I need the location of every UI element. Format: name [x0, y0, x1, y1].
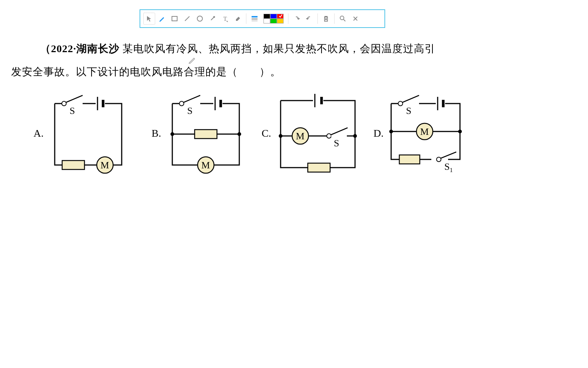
options-container: A. S M B. S — [33, 89, 467, 177]
arrow-tool[interactable] — [207, 13, 218, 25]
toolbar-divider — [334, 13, 335, 24]
redo-button[interactable] — [303, 13, 315, 25]
svg-line-33 — [331, 128, 348, 135]
toolbar-divider — [246, 13, 246, 24]
svg-rect-0 — [172, 16, 177, 21]
option-d: D. S M S1 — [374, 89, 467, 177]
svg-point-35 — [398, 101, 403, 106]
question-paragraph: （2022·湖南长沙 某电吹风有冷风、热风两挡，如果只发热不吹风，会因温度过高引… — [11, 37, 566, 83]
svg-line-16 — [183, 95, 200, 102]
question-line1: 某电吹风有冷风、热风两挡，如果只发热不吹风，会因温度过高引 — [119, 43, 435, 54]
option-b-label: B. — [151, 127, 161, 139]
svg-point-21 — [170, 132, 174, 136]
option-c: C. M S — [262, 89, 366, 177]
svg-point-15 — [179, 101, 184, 106]
circuit-a: S M — [47, 92, 133, 174]
switch1-label: S1 — [444, 161, 453, 173]
svg-point-29 — [353, 134, 357, 138]
annotation-toolbar: T — [140, 9, 385, 28]
color-palette — [263, 14, 284, 23]
pen-tool[interactable] — [156, 13, 168, 25]
svg-rect-23 — [195, 130, 217, 139]
toolbar-divider — [288, 13, 288, 24]
motor-label: M — [100, 160, 109, 171]
svg-point-8 — [62, 101, 66, 106]
option-b: B. S M — [151, 89, 250, 177]
svg-point-7 — [340, 16, 344, 20]
pencil-annotation-icon — [188, 56, 196, 66]
svg-rect-44 — [399, 155, 420, 164]
circle-tool[interactable] — [194, 13, 206, 25]
delete-button[interactable] — [320, 13, 332, 25]
select-tool[interactable] — [143, 13, 155, 25]
motor-label: M — [201, 160, 210, 171]
svg-line-36 — [402, 95, 419, 102]
svg-text:T: T — [223, 16, 227, 22]
color-blue[interactable] — [270, 14, 277, 19]
zoom-button[interactable] — [337, 13, 349, 25]
svg-point-41 — [389, 130, 393, 133]
switch-label: S — [334, 138, 339, 149]
line-tool[interactable] — [181, 13, 193, 25]
color-yellow[interactable] — [277, 19, 284, 23]
svg-rect-13 — [62, 161, 84, 169]
source-prefix: （ — [40, 43, 51, 54]
motor-label: M — [296, 131, 304, 142]
svg-point-46 — [437, 157, 441, 162]
option-a: A. S M — [33, 89, 133, 177]
undo-button[interactable] — [291, 13, 303, 25]
color-green[interactable] — [270, 19, 277, 23]
question-content: （2022·湖南长沙 某电吹风有冷风、热风两挡，如果只发热不吹风，会因温度过高引… — [11, 37, 566, 83]
toolbar-divider — [317, 13, 318, 24]
text-tool[interactable]: T — [219, 13, 231, 25]
option-a-label: A. — [33, 127, 44, 139]
svg-line-1 — [185, 16, 189, 21]
option-c-label: C. — [262, 127, 271, 139]
switch-label: S — [406, 105, 411, 116]
motor-label: M — [420, 126, 429, 137]
svg-point-28 — [279, 134, 282, 138]
circuit-d: S M S1 — [387, 92, 467, 174]
close-button[interactable] — [349, 13, 361, 25]
stroke-width-tool[interactable] — [249, 13, 261, 25]
svg-line-47 — [441, 152, 456, 158]
question-line2: 发安全事故。以下设计的电吹风电路合理的是（ ）。 — [11, 66, 281, 77]
color-red[interactable] — [277, 14, 284, 19]
color-black[interactable] — [263, 14, 270, 19]
circuit-b: S M — [165, 92, 250, 174]
switch-label: S — [70, 105, 75, 116]
svg-point-2 — [197, 16, 202, 21]
option-d-label: D. — [374, 127, 384, 139]
svg-rect-34 — [308, 163, 330, 172]
svg-point-42 — [458, 130, 462, 133]
switch-label: S — [187, 105, 192, 116]
circuit-c: M S — [275, 89, 366, 177]
eraser-tool[interactable] — [232, 13, 244, 25]
svg-point-31 — [327, 134, 331, 138]
rectangle-tool[interactable] — [169, 13, 180, 25]
question-source: 2022·湖南长沙 — [51, 43, 119, 54]
svg-line-9 — [66, 95, 83, 102]
svg-point-22 — [237, 132, 241, 136]
color-white[interactable] — [263, 19, 270, 23]
